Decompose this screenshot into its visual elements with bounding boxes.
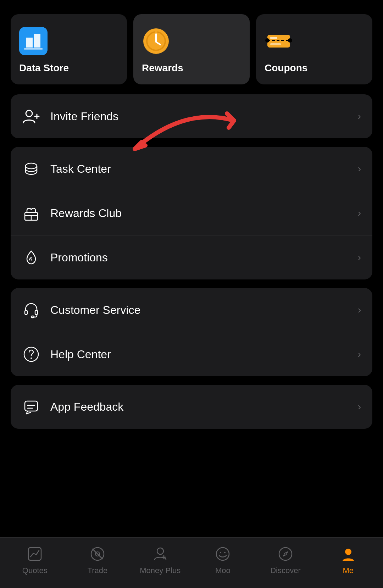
nav-discover[interactable]: Discover [254, 545, 317, 575]
app-feedback-label: App Feedback [50, 400, 358, 414]
invite-friends-icon [22, 107, 40, 126]
svg-point-16 [26, 163, 37, 169]
me-icon [339, 545, 357, 563]
svg-rect-20 [25, 310, 27, 315]
page-container: Data Store Rewards [0, 0, 383, 588]
quotes-label: Quotes [22, 566, 48, 575]
task-center-chevron: › [358, 163, 361, 174]
invite-friends-chevron: › [358, 111, 361, 122]
promotions-icon [22, 248, 40, 267]
money-plus-label: Money Plus [140, 566, 181, 575]
nav-me[interactable]: Me [317, 545, 379, 575]
invite-friends-section: Invite Friends › [11, 94, 372, 138]
trade-label: Trade [88, 566, 108, 575]
svg-point-23 [24, 347, 38, 361]
svg-point-40 [345, 549, 351, 555]
app-feedback-item[interactable]: App Feedback › [11, 385, 372, 429]
svg-rect-12 [270, 43, 281, 45]
svg-rect-11 [270, 37, 277, 39]
svg-marker-39 [283, 552, 288, 556]
invite-friends-label: Invite Friends [50, 110, 358, 123]
bottom-nav: Quotes Trade Money Plus [0, 537, 383, 588]
svg-point-32 [157, 548, 163, 554]
svg-point-24 [30, 357, 32, 359]
rewards-club-label: Rewards Club [50, 207, 358, 220]
nav-trade[interactable]: Trade [66, 545, 129, 575]
svg-rect-6 [155, 30, 157, 33]
task-center-icon [22, 160, 40, 178]
customer-service-chevron: › [358, 304, 361, 316]
svg-point-37 [224, 552, 226, 553]
money-plus-icon [151, 545, 170, 563]
help-center-chevron: › [358, 349, 361, 360]
task-center-label: Task Center [50, 162, 358, 176]
nav-money-plus[interactable]: Money Plus [129, 545, 192, 575]
svg-point-38 [279, 548, 292, 560]
app-feedback-icon [22, 398, 40, 416]
svg-rect-0 [19, 27, 48, 55]
nav-quotes[interactable]: Quotes [4, 545, 66, 575]
invite-friends-item[interactable]: Invite Friends › [11, 94, 372, 138]
coupons-card[interactable]: Coupons [256, 14, 372, 84]
rewards-club-icon [22, 204, 40, 222]
coupons-icon [265, 27, 293, 55]
svg-point-35 [216, 548, 229, 560]
top-cards-grid: Data Store Rewards [11, 14, 372, 84]
svg-rect-21 [35, 310, 38, 315]
svg-rect-7 [267, 35, 290, 48]
svg-line-30 [93, 549, 102, 559]
promotions-chevron: › [358, 252, 361, 263]
discover-icon [276, 545, 295, 563]
discover-label: Discover [270, 566, 301, 575]
moo-label: Moo [215, 566, 231, 575]
promotions-item[interactable]: Promotions › [11, 235, 372, 279]
quotes-icon [26, 545, 44, 563]
rewards-club-item[interactable]: Rewards Club › [11, 191, 372, 235]
moo-icon [213, 545, 232, 563]
customer-service-icon [22, 301, 40, 319]
customer-service-label: Customer Service [50, 304, 358, 317]
svg-point-36 [220, 552, 221, 553]
rewards-club-chevron: › [358, 207, 361, 219]
nav-moo[interactable]: Moo [192, 545, 254, 575]
coupons-label: Coupons [265, 62, 307, 74]
help-center-label: Help Center [50, 348, 358, 361]
data-store-label: Data Store [19, 62, 69, 74]
section-3: Customer Service › Help Center › [11, 288, 372, 376]
promotions-label: Promotions [50, 251, 358, 264]
section-4: App Feedback › [11, 385, 372, 429]
trade-icon [88, 545, 107, 563]
rewards-card[interactable]: Rewards [133, 14, 250, 84]
rewards-label: Rewards [142, 62, 183, 74]
customer-service-item[interactable]: Customer Service › [11, 288, 372, 332]
help-center-item[interactable]: Help Center › [11, 332, 372, 376]
section-2: Task Center › Rewards Club › [11, 147, 372, 279]
svg-rect-25 [25, 401, 38, 411]
app-feedback-chevron: › [358, 401, 361, 412]
svg-point-13 [26, 110, 32, 117]
data-store-card[interactable]: Data Store [11, 14, 127, 84]
me-label: Me [343, 566, 354, 575]
task-center-item[interactable]: Task Center › [11, 147, 372, 191]
help-center-icon [22, 345, 40, 364]
data-store-icon [19, 27, 48, 55]
rewards-icon [142, 27, 170, 55]
